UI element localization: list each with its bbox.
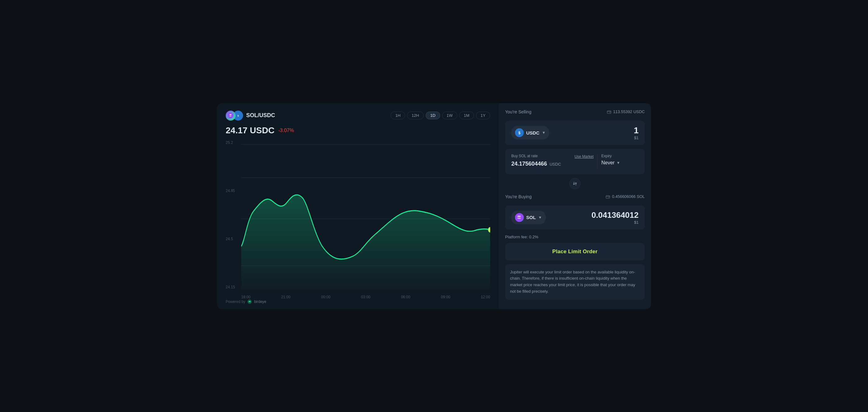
x-label-2: 21:00 — [281, 295, 290, 299]
powered-by: Powered by birdeye — [226, 299, 266, 304]
selling-balance: 113.55392 USDC — [607, 109, 645, 114]
svg-rect-15 — [606, 196, 610, 198]
svg-point-16 — [609, 197, 609, 197]
sol-token-icon — [515, 213, 524, 222]
y-axis-labels: 25.2 24.85 24.5 24.15 — [226, 141, 238, 289]
selling-token-name: USDC — [526, 130, 539, 136]
expiry-value: Never — [601, 160, 615, 166]
rate-value: 24.175604466 — [511, 160, 547, 167]
price-change: -3.07% — [278, 128, 294, 133]
time-btn-12h[interactable]: 12H — [407, 112, 424, 119]
pair-info: $ SOL/USDC — [226, 111, 275, 121]
expiry-chevron: ▼ — [617, 160, 620, 165]
sol-icon — [226, 111, 236, 121]
expiry-section: Expiry Never ▼ — [601, 154, 639, 166]
svg-point-10 — [250, 301, 251, 302]
price-display: 24.17 USDC -3.07% — [226, 125, 490, 136]
svg-rect-11 — [607, 111, 611, 113]
buying-header: You're Buying 0.456606066 SOL — [505, 194, 645, 199]
y-label-1: 25.2 — [226, 141, 235, 145]
y-label-2: 24.85 — [226, 188, 235, 193]
swap-arrow-container — [505, 178, 645, 189]
y-label-3: 24.5 — [226, 237, 235, 241]
token-selector-usdc[interactable]: $ USDC ▼ — [511, 126, 549, 140]
svg-point-12 — [610, 112, 610, 113]
x-label-7: 12:00 — [481, 295, 490, 299]
selling-header: You're Selling 113.55392 USDC — [505, 109, 645, 114]
divider — [597, 154, 598, 169]
buying-title: You're Buying — [505, 194, 531, 199]
buying-amount-usd: $1 — [591, 220, 639, 225]
selling-token-card: $ USDC ▼ 1 $1 — [505, 121, 645, 145]
rate-label-row: Buy SOL at rate Use Market — [511, 154, 594, 159]
buying-wallet-icon — [606, 195, 610, 199]
limit-settings: Buy SOL at rate Use Market 24.175604466 … — [505, 149, 645, 174]
swap-arrow-btn[interactable] — [569, 178, 581, 189]
selling-amount: 1 $1 — [633, 125, 639, 140]
y-label-4: 24.15 — [226, 285, 235, 289]
token-selector-sol[interactable]: SOL ▼ — [511, 211, 546, 224]
buying-amount-value: 0.041364012 — [591, 210, 639, 220]
x-label-6: 09:00 — [441, 295, 450, 299]
buying-chevron: ▼ — [538, 215, 542, 220]
time-btn-1y[interactable]: 1Y — [476, 112, 490, 119]
buying-balance-value: 0.456606066 SOL — [612, 194, 645, 199]
platform-fee: Platform fee: 0.2% — [505, 235, 645, 239]
expiry-selector[interactable]: Never ▼ — [601, 160, 639, 166]
x-axis-labels: 18:00 21:00 00:00 03:00 06:00 09:00 12:0… — [241, 292, 490, 302]
wallet-icon — [607, 110, 611, 114]
svg-point-0 — [228, 113, 234, 118]
chart-panel: $ SOL/USDC 1H 12H 1D 1W 1M 1Y 24.17 USDC… — [217, 103, 499, 309]
pair-name: SOL/USDC — [246, 112, 275, 119]
selling-balance-value: 113.55392 USDC — [613, 109, 645, 114]
buying-balance: 0.456606066 SOL — [606, 194, 645, 199]
swap-arrows-icon — [572, 181, 578, 186]
expiry-label: Expiry — [601, 154, 639, 158]
svg-text:$: $ — [519, 131, 521, 135]
buying-amount: 0.041364012 $1 — [591, 210, 639, 225]
buying-token-card: SOL ▼ 0.041364012 $1 — [505, 205, 645, 230]
x-label-4: 03:00 — [361, 295, 370, 299]
selling-amount-value: 1 — [633, 125, 639, 136]
price-value: 24.17 USDC — [226, 125, 274, 136]
rate-currency: USDC — [550, 162, 561, 167]
usdc-token-icon: $ — [515, 128, 524, 137]
chart-svg — [241, 141, 490, 289]
birdeye-icon — [247, 299, 252, 304]
selling-chevron: ▼ — [542, 130, 546, 135]
chart-area: 25.2 24.85 24.5 24.15 — [226, 141, 490, 302]
rate-value-row: 24.175604466 USDC — [511, 160, 594, 167]
x-label-3: 00:00 — [321, 295, 330, 299]
place-order-btn[interactable]: Place Limit Order — [505, 243, 645, 260]
info-box: Jupiter will execute your limit order ba… — [505, 264, 645, 300]
rate-section: Buy SOL at rate Use Market 24.175604466 … — [511, 154, 594, 167]
time-btn-1m[interactable]: 1M — [459, 112, 474, 119]
time-btn-1h[interactable]: 1H — [391, 112, 405, 119]
use-market-btn[interactable]: Use Market — [575, 154, 594, 159]
svg-point-17 — [515, 213, 524, 222]
time-filters: 1H 12H 1D 1W 1M 1Y — [391, 112, 490, 119]
pair-icons: $ — [226, 111, 243, 121]
buying-token-name: SOL — [526, 215, 536, 220]
x-label-1: 18:00 — [241, 295, 251, 299]
chart-header: $ SOL/USDC 1H 12H 1D 1W 1M 1Y — [226, 111, 490, 121]
time-btn-1d[interactable]: 1D — [426, 112, 440, 119]
x-label-5: 06:00 — [401, 295, 410, 299]
time-btn-1w[interactable]: 1W — [442, 112, 458, 119]
rate-label: Buy SOL at rate — [511, 154, 538, 158]
selling-amount-usd: $1 — [633, 136, 639, 140]
order-panel: You're Selling 113.55392 USDC $ USDC — [499, 103, 651, 309]
selling-title: You're Selling — [505, 109, 531, 114]
